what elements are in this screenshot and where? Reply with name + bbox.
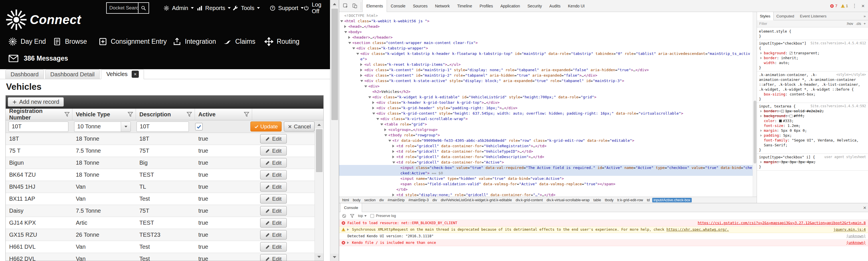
console-message-warning[interactable]: Synchronous XMLHttpRequest on the main t… <box>339 226 868 233</box>
column-header-description[interactable]: Description <box>136 109 195 120</box>
edit-button[interactable]: Edit <box>260 254 287 261</box>
devtools-tab-application[interactable]: Application <box>497 0 524 12</box>
dom-tree-line[interactable]: <div class="k-content" id="mainStrip-1" … <box>339 67 753 73</box>
dom-tree-line[interactable]: <section class="content-wrapper main-con… <box>339 40 753 45</box>
breadcrumb-item[interactable]: input#Active.check-box <box>652 198 692 202</box>
scrollbar-thumb[interactable] <box>316 129 322 172</box>
dom-tree-line[interactable]: <h2>Vehicles</h2> <box>339 89 753 94</box>
tree-expand-arrow[interactable] <box>360 74 362 77</box>
devtools-tab-console[interactable]: Console <box>387 0 409 12</box>
tree-collapse-arrow[interactable] <box>356 53 359 55</box>
scroll-down-icon[interactable] <box>330 254 339 261</box>
table-row[interactable]: H661 DVLVanTesttrueEdit <box>6 241 323 253</box>
cls-toggle[interactable]: .cls <box>856 22 861 26</box>
css-property[interactable]: padding: 5px; <box>759 133 866 138</box>
tab-close-icon[interactable]: × <box>132 71 139 78</box>
table-row[interactable]: BN45 1HJVanTLtrueEdit <box>6 181 323 193</box>
devtools-tab-kendo-ui[interactable]: Kendo UI <box>564 0 588 12</box>
expand-shorthand-icon[interactable] <box>761 130 763 132</box>
color-swatch[interactable] <box>789 52 793 55</box>
styles-tab-event-listeners[interactable]: Event Listeners <box>797 12 829 20</box>
tree-expand-arrow[interactable] <box>372 107 374 109</box>
dom-tree-line[interactable]: </td> <box>339 187 753 192</box>
devtools-close-icon[interactable]: × <box>861 3 865 8</box>
breadcrumb-item[interactable]: body <box>351 198 362 202</box>
console-close-icon[interactable]: × <box>863 205 867 210</box>
dom-tree-line-selected[interactable]: <input class="check-box" value="true" da… <box>339 165 753 176</box>
console-message-error[interactable]: Kendo file / is included more than once(… <box>339 239 868 246</box>
dom-tree-line[interactable]: <div class="k-widget k-grid k-editable" … <box>339 94 753 100</box>
table-row[interactable]: GJ14 KPXArticTESTtrueEdit <box>6 217 323 229</box>
dom-tree-line[interactable]: <div class="k-content" id="mainStrip-2" … <box>339 73 753 78</box>
css-property[interactable]: border: 1px solid #e2e2e2; <box>759 109 866 113</box>
nav-item-routing[interactable]: Routing <box>265 33 299 50</box>
edit-button[interactable]: Edit <box>260 170 287 180</box>
tree-expand-arrow[interactable] <box>392 156 394 158</box>
console-message-log[interactable]: Detected Kendo UI version: "2016.3.1118"… <box>339 233 868 239</box>
dom-tree-line[interactable]: <span class="field-validation-valid" dat… <box>339 181 753 187</box>
css-property[interactable]: margin: 3px 3px 3px 4px; <box>759 160 866 164</box>
breadcrumb-item[interactable]: #mainStrip-3 <box>407 198 430 202</box>
tree-collapse-arrow[interactable] <box>352 47 355 50</box>
dom-tree-line[interactable]: <header>…</header> <box>339 35 753 40</box>
table-row[interactable]: H662 DVLVanTesttrueEdit <box>6 253 323 261</box>
edit-button[interactable]: Edit <box>260 158 287 167</box>
devtools-tab-timeline[interactable]: Timeline <box>453 0 476 12</box>
warning-count-badge[interactable]: 1 <box>841 4 848 8</box>
add-new-record-button[interactable]: Add new record <box>8 97 64 107</box>
style-source-link[interactable]: user agent stylesheet <box>825 155 866 160</box>
css-rule[interactable]: element.style {} <box>757 28 868 40</box>
breadcrumb-item[interactable]: div <box>378 198 385 202</box>
table-row[interactable]: 75 T7.5 Tonne75TtrueEdit <box>6 145 323 157</box>
breadcrumb-item[interactable]: div.k-grid-content <box>514 198 544 202</box>
dom-tree-line[interactable]: <td role="gridcell" data-container-for="… <box>339 149 753 154</box>
tree-expand-arrow[interactable] <box>392 150 394 153</box>
breadcrumb-item[interactable]: #mainStrip <box>386 198 406 202</box>
css-property[interactable]: width: auto; <box>759 60 866 65</box>
dom-tree-line[interactable]: <head>…</head> <box>339 24 753 29</box>
tree-expand-arrow[interactable] <box>392 194 394 196</box>
tree-collapse-arrow[interactable] <box>389 140 391 142</box>
scrollbar-thumb[interactable] <box>332 8 338 120</box>
breadcrumb-item[interactable]: tbody <box>603 198 615 202</box>
tree-expand-arrow[interactable] <box>344 25 346 28</box>
description-input[interactable] <box>136 122 189 132</box>
breadcrumb-item[interactable]: td <box>645 198 651 202</box>
edit-button[interactable]: Edit <box>260 218 287 228</box>
dom-tree-line[interactable]: <td role="gridcell" data-container-for="… <box>339 143 753 149</box>
color-swatch[interactable] <box>779 120 782 122</box>
vehicle-type-dropdown[interactable]: 10 Tonne <box>74 122 131 132</box>
css-property[interactable]: border: inherit; <box>759 56 866 60</box>
search-button[interactable] <box>138 3 149 13</box>
devtools-tab-elements[interactable]: Elements <box>362 0 387 12</box>
dom-tree-line[interactable]: <div class="k-widget k-tabstrip k-header… <box>339 51 753 62</box>
dom-tree-line[interactable]: <input name="Active" type="hidden" value… <box>339 176 753 181</box>
frame-context-select[interactable]: top <box>358 214 367 218</box>
messages-indicator[interactable]: 386 Messages <box>8 52 68 65</box>
style-source-link[interactable]: Site.css?version=1.4.5.4:612 <box>810 41 866 46</box>
tree-collapse-arrow[interactable] <box>360 80 363 82</box>
breadcrumb-item[interactable]: div#VehicleListGrid.k-widget.k-grid.k-ed… <box>439 198 514 202</box>
registration-input[interactable] <box>8 122 68 132</box>
column-header-registration-number[interactable]: Registration Number <box>6 109 72 120</box>
devtools-tab-network[interactable]: Network <box>431 0 453 12</box>
update-button[interactable]: Update <box>250 122 282 131</box>
css-property[interactable]: background: #fff; <box>759 113 866 118</box>
tree-collapse-arrow[interactable] <box>344 31 347 33</box>
tree-expand-arrow[interactable] <box>360 69 362 71</box>
tree-collapse-arrow[interactable] <box>384 134 387 136</box>
tree-collapse-arrow[interactable] <box>376 118 379 120</box>
docket-search-input[interactable]: Docket Search <box>107 5 138 11</box>
dom-tree-line[interactable]: <tr data-uid="99099e96-fe33-4305-ab6c-a5… <box>339 138 753 143</box>
expand-shorthand-icon[interactable] <box>761 161 763 163</box>
page-scrollbar[interactable] <box>330 0 339 261</box>
tree-collapse-arrow[interactable] <box>340 20 343 22</box>
css-rule[interactable]: Site.css?version=1.4.5.4:592input, texta… <box>757 103 868 154</box>
styles-tab-styles[interactable]: Styles <box>757 12 774 20</box>
edit-button[interactable]: Edit <box>260 146 287 156</box>
devtools-tab-security[interactable]: Security <box>524 0 546 12</box>
tree-expand-arrow[interactable] <box>372 101 374 104</box>
dom-tree-line[interactable]: <div class="k-tabstrip-wrapper"> <box>339 45 753 51</box>
active-checkbox[interactable] <box>195 123 203 130</box>
hov-toggle[interactable]: :hov <box>846 22 853 26</box>
